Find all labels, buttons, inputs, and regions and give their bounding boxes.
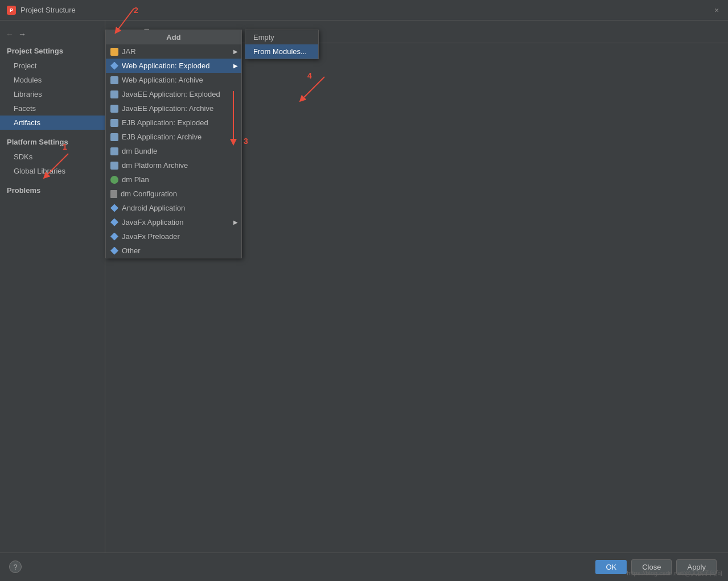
close-button[interactable]: ×	[712, 6, 721, 15]
dropdown-item-javaee-exploded[interactable]: JavaEE Application: Exploded	[106, 87, 241, 101]
watermark: https://blog.csdn.net/@人孩子问问	[627, 569, 722, 578]
help-button[interactable]: ?	[9, 561, 22, 573]
sidebar-divider-2	[0, 178, 105, 183]
arrow-icon-2: ▶	[233, 63, 238, 69]
multi-icon-ejb-exploded	[110, 119, 118, 127]
dropdown-item-dm-plan[interactable]: dm Plan	[106, 172, 241, 187]
arrow-icon: ▶	[233, 48, 238, 55]
dropdown-item-javafx-preloader[interactable]: JavaFx Preloader	[106, 229, 241, 244]
dropdown-item-ejb-archive[interactable]: EJB Application: Archive	[106, 130, 241, 144]
sidebar-item-project[interactable]: Project	[0, 59, 105, 73]
dropdown-item-android-application[interactable]: Android Application	[106, 201, 241, 215]
multi-icon-javaee-exploded	[110, 90, 118, 98]
dropdown-item-other[interactable]: Other	[106, 244, 241, 258]
submenu-item-empty[interactable]: Empty	[245, 30, 318, 44]
dropdown-item-dm-configuration[interactable]: dm Configuration	[106, 187, 241, 201]
diamond-icon-android	[110, 204, 118, 212]
dropdown-item-web-app-exploded[interactable]: Web Application: Exploded ▶	[106, 59, 241, 73]
title-bar-left: P Project Structure	[7, 6, 76, 15]
dialog-title: Project Structure	[20, 6, 76, 14]
sidebar-item-facets[interactable]: Facets	[0, 101, 105, 116]
dropdown-header: Add	[106, 30, 241, 44]
multi-icon-javaee-archive	[110, 105, 118, 113]
sidebar-item-modules[interactable]: Modules	[0, 73, 105, 87]
project-settings-header: Project Settings	[0, 43, 105, 59]
diamond-icon-javafx-preloader	[110, 233, 118, 241]
multi-icon-dm-bundle	[110, 147, 118, 155]
add-dropdown-menu: Add JAR ▶ Web Application: Exploded ▶ We…	[105, 30, 242, 258]
diamond-icon-web	[110, 62, 118, 70]
sidebar-item-sdks[interactable]: SDKs	[0, 150, 105, 164]
problems-header: Problems	[0, 183, 105, 198]
globe-icon-dm-plan	[110, 176, 118, 184]
sidebar-item-global-libraries[interactable]: Global Libraries	[0, 164, 105, 178]
arrow-icon-3: ▶	[233, 219, 238, 225]
sidebar-divider	[0, 130, 105, 134]
sidebar: ← → Project Settings Project Modules Lib…	[0, 20, 105, 553]
dropdown-item-ejb-exploded[interactable]: EJB Application: Exploded	[106, 116, 241, 130]
dropdown-item-jar[interactable]: JAR ▶	[106, 44, 241, 59]
multi-icon-dm-platform	[110, 162, 118, 170]
ok-button[interactable]: OK	[595, 560, 627, 574]
title-bar: P Project Structure ×	[0, 0, 728, 20]
bottom-bar: OK Close Apply	[0, 553, 728, 581]
dropdown-item-javafx-application[interactable]: JavaFx Application ▶	[106, 215, 241, 229]
app-icon: P	[7, 6, 16, 15]
diamond-icon-other	[110, 247, 118, 255]
multi-icon-web-archive	[110, 76, 118, 84]
dropdown-item-web-app-archive[interactable]: Web Application: Archive	[106, 73, 241, 87]
multi-icon-ejb-archive	[110, 133, 118, 141]
sidebar-item-artifacts[interactable]: Artifacts	[0, 116, 105, 130]
doc-icon-dm-config	[110, 190, 117, 198]
nav-arrows: ← →	[0, 25, 105, 43]
diamond-icon-javafx	[110, 219, 118, 226]
sidebar-item-libraries[interactable]: Libraries	[0, 87, 105, 101]
platform-settings-header: Platform Settings	[0, 134, 105, 150]
project-structure-dialog: P Project Structure × ← → Project Settin…	[0, 0, 728, 581]
jar-icon	[110, 48, 118, 56]
submenu: Empty From Modules...	[245, 30, 319, 59]
forward-button[interactable]: →	[17, 28, 27, 40]
dropdown-item-dm-platform-archive[interactable]: dm Platform Archive	[106, 158, 241, 172]
submenu-item-from-modules[interactable]: From Modules...	[245, 44, 318, 59]
back-button[interactable]: ←	[5, 28, 15, 40]
dropdown-item-javaee-archive[interactable]: JavaEE Application: Archive	[106, 101, 241, 116]
dropdown-item-dm-bundle[interactable]: dm Bundle	[106, 144, 241, 158]
